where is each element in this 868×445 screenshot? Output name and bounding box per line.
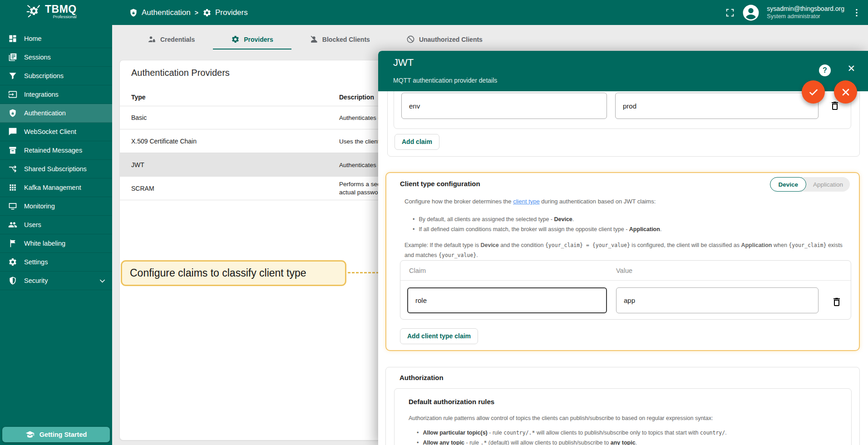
cell-type: Basic [131,114,147,121]
sidebar-item-label: Users [24,221,41,228]
cell-type: SCRAM [131,185,154,192]
sidebar-item-authentication[interactable]: Authentication [0,104,112,123]
toggle-option-application[interactable]: Application [806,181,850,188]
integrations-icon [8,90,17,99]
breadcrumb-providers[interactable]: Providers [202,8,248,17]
filter-icon [8,71,17,80]
sidebar-item-users[interactable]: Users [0,216,112,234]
default-authorization-rules-card: Default authorization rules Authorizatio… [394,388,852,445]
apps-grid-icon [8,183,17,192]
delete-client-type-claim-icon[interactable] [831,297,842,307]
authorization-bullet-1: Allow particular topic(s) - rule country… [417,430,727,436]
authorization-intro: Authorization rule patterns allow contro… [409,415,713,421]
avatar[interactable] [742,4,760,21]
column-header-description: Description [339,94,374,101]
chevron-down-icon[interactable] [98,277,107,285]
gear-icon [202,8,212,17]
branch-icon [8,164,17,173]
breadcrumb-separator: > [195,9,198,16]
unauthorized-icon [406,35,415,44]
sidebar-item-label: Subscriptions [24,72,64,79]
discard-changes-button[interactable] [834,80,857,104]
table-title: Authentication Providers [131,68,230,78]
breadcrumb-authentication[interactable]: Authentication [129,8,191,17]
client-type-value-input[interactable] [616,287,819,313]
claim-value-input[interactable] [615,93,819,119]
add-claim-button[interactable]: Add claim [395,134,439,150]
claim-column-header: Claim [409,267,426,274]
client-type-example: Example: If the default type is Device a… [404,241,849,261]
tab-unauthorized-clients[interactable]: Unauthorized Clients [388,30,501,49]
sidebar-item-monitoring[interactable]: Monitoring [0,197,112,216]
apply-changes-button[interactable] [802,80,825,104]
cell-type: X.509 Certificate Chain [131,138,197,145]
auth-tabs: Credentials Providers Blocked Clients Un… [129,30,501,49]
sidebar-item-websocket-client[interactable]: WebSocket Client [0,123,112,141]
gear-icon [231,35,240,44]
tab-label: Blocked Clients [322,36,370,43]
client-type-bullet-1: By default, all clients are assigned the… [413,216,574,222]
tbmq-logo[interactable]: TBMQ Professional [25,3,77,20]
users-icon [8,220,17,229]
sidebar-item-shared-subscriptions[interactable]: Shared Subscriptions [0,160,112,178]
sidebar-item-home[interactable]: Home [0,30,112,48]
user-role: System administrator [767,13,844,20]
annotation-callout: Configure claims to classify client type [121,260,346,286]
credentials-icon [148,35,156,44]
breadcrumb-label: Authentication [142,8,191,17]
sidebar-item-security[interactable]: Security [0,272,112,290]
cell-description: Authenticates c [339,114,381,121]
cell-type: JWT [131,161,144,168]
more-vert-icon[interactable] [852,8,862,18]
help-icon[interactable]: ? [819,64,831,76]
fullscreen-icon[interactable] [725,8,735,18]
breadcrumb-label: Providers [215,8,248,17]
client-type-claim-input[interactable] [407,287,607,313]
section-title: Client type configuration [400,180,480,188]
sidebar-item-kafka-management[interactable]: Kafka Management [0,178,112,197]
card-title: Default authorization rules [409,398,494,405]
section-title: Authorization [399,374,444,381]
authorization-bullet-2: Allow any topic - rule .* (default) will… [417,440,637,445]
sidebar-item-label: Shared Subscriptions [24,165,87,173]
tab-label: Credentials [160,36,195,43]
security-shield-icon [8,276,17,285]
sidebar-item-label: Integrations [24,91,59,98]
shield-lock-icon [8,109,17,118]
tab-label: Providers [244,36,273,43]
toggle-option-device[interactable]: Device [770,177,806,192]
claim-input[interactable] [401,93,607,119]
sidebar-item-retained-messages[interactable]: Retained Messages [0,141,112,160]
sidebar-menu: Home Sessions Subscriptions Integrations… [0,25,112,290]
add-client-type-claim-button[interactable]: Add client type claim [400,328,478,344]
tab-providers[interactable]: Providers [213,30,291,49]
tab-credentials[interactable]: Credentials [129,30,213,49]
logo-subtitle: Professional [53,14,76,19]
sidebar-item-subscriptions[interactable]: Subscriptions [0,67,112,85]
sidebar-item-integrations[interactable]: Integrations [0,85,112,104]
delete-claim-icon[interactable] [829,100,840,111]
close-icon[interactable]: ✕ [847,63,855,74]
sidebar-item-settings[interactable]: Settings [0,253,112,272]
panel-header: JWT MQTT authentication provider details… [378,51,868,91]
chat-icon [8,127,17,136]
jwt-details-panel: Add claim Client type configuration Devi… [378,51,868,445]
client-type-intro: Configure how the broker determines the … [404,198,656,205]
callout-text: Configure claims to classify client type [130,267,306,279]
sidebar-item-label: Security [24,277,48,284]
monitor-icon [8,202,17,211]
getting-started-button[interactable]: Getting Started [2,427,110,442]
gear-icon [8,257,17,267]
value-column-header: Value [616,267,632,274]
user-email: sysadmin@thingsboard.org [767,5,844,13]
shield-lock-icon [129,8,138,17]
sidebar-item-white-labeling[interactable]: White labeling [0,234,112,253]
sidebar-item-sessions[interactable]: Sessions [0,48,112,67]
top-bar-actions: sysadmin@thingsboard.org System administ… [725,0,862,25]
client-type-link[interactable]: client type [513,198,540,205]
cell-description: Authenticates c [339,161,381,168]
client-type-claims-container: Claim Value [400,260,851,320]
sidebar-item-label: Sessions [24,54,51,61]
client-type-toggle: Device Application [770,177,850,192]
tab-blocked-clients[interactable]: Blocked Clients [291,30,388,49]
